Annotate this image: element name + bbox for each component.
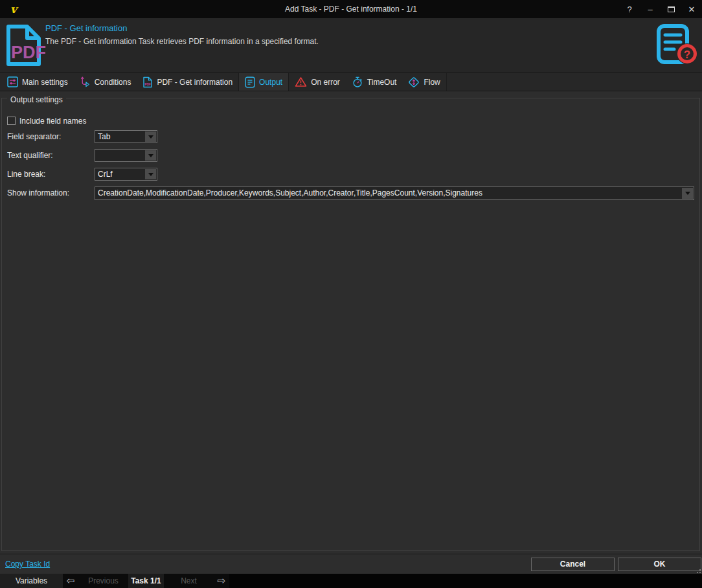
- task-description: The PDF - Get information Task retrieves…: [45, 37, 319, 46]
- show-information-label: Show information:: [7, 187, 69, 200]
- flow-diamond-icon: [408, 76, 420, 88]
- app-logo-icon: v: [0, 1, 27, 17]
- action-bar: Copy Task Id Cancel OK: [0, 554, 702, 574]
- chevron-down-icon: [685, 192, 690, 195]
- cancel-button[interactable]: Cancel: [531, 558, 615, 571]
- show-information-value: CreationDate,ModificationDate,Producer,K…: [95, 187, 681, 199]
- pdf-document-icon: PDF: [142, 76, 153, 88]
- include-field-names-row: Include field names: [2, 114, 699, 128]
- tab-label: Conditions: [95, 78, 131, 87]
- field-separator-value: Tab: [95, 131, 144, 142]
- chevron-down-icon: [148, 154, 153, 157]
- previous-arrow-icon[interactable]: ⇦: [63, 574, 78, 588]
- window-controls: ? – ✕: [619, 0, 702, 18]
- field-separator-row: Field separator: Tab: [2, 130, 699, 144]
- previous-button[interactable]: Previous: [78, 574, 128, 588]
- line-break-label: Line break:: [7, 168, 45, 181]
- include-field-names-checkbox[interactable]: [7, 117, 16, 125]
- task-navigation-bar: Variables ⇦ Previous Task 1/1 Next ⇨: [0, 574, 702, 588]
- tab-label: PDF - Get information: [157, 78, 232, 87]
- title-bar: v Add Task - PDF - Get information - 1/1…: [0, 0, 702, 18]
- show-information-row: Show information: CreationDate,Modificat…: [2, 187, 699, 200]
- help-doc-icon[interactable]: ?: [654, 24, 699, 67]
- chevron-down-icon: [148, 173, 153, 176]
- minimize-button[interactable]: –: [640, 0, 661, 18]
- output-settings-group: Output settings Include field names Fiel…: [1, 98, 700, 551]
- help-icon-glyph: ?: [684, 49, 690, 61]
- line-break-dropdown-button[interactable]: [145, 169, 156, 179]
- tab-pdf-get-information[interactable]: PDF PDF - Get information: [137, 73, 238, 91]
- tab-conditions[interactable]: Conditions: [74, 73, 137, 91]
- field-separator-select[interactable]: Tab: [95, 130, 157, 143]
- variables-button[interactable]: Variables: [0, 574, 63, 588]
- tab-label: Output: [259, 78, 282, 87]
- copy-task-id-link[interactable]: Copy Task Id: [5, 560, 50, 569]
- dialog-buttons: Cancel OK: [531, 558, 702, 571]
- group-title: Output settings: [7, 95, 66, 104]
- show-information-select[interactable]: CreationDate,ModificationDate,Producer,K…: [95, 187, 694, 200]
- show-information-dropdown-button[interactable]: [682, 188, 693, 199]
- pdf-tab-icon-label: PDF: [145, 82, 151, 85]
- field-separator-label: Field separator:: [7, 130, 61, 144]
- tab-on-error[interactable]: On error: [289, 73, 346, 91]
- tab-label: Main settings: [22, 78, 68, 87]
- window-title: Add Task - PDF - Get information - 1/1: [0, 5, 702, 14]
- task-title: PDF - Get information: [45, 23, 127, 33]
- line-break-select[interactable]: CrLf: [95, 168, 157, 181]
- chevron-down-icon: [148, 135, 153, 139]
- pdf-icon-label: PDF: [11, 43, 46, 62]
- include-field-names-label: Include field names: [19, 117, 86, 126]
- text-qualifier-label: Text qualifier:: [7, 149, 53, 163]
- add-task-dialog: v Add Task - PDF - Get information - 1/1…: [0, 0, 702, 588]
- branch-arrow-icon: [80, 76, 91, 87]
- help-button[interactable]: ?: [619, 0, 640, 18]
- resize-grip[interactable]: [697, 569, 701, 573]
- sliders-icon: [7, 76, 18, 87]
- next-button[interactable]: Next: [164, 574, 214, 588]
- tab-label: TimeOut: [367, 78, 397, 87]
- text-qualifier-row: Text qualifier:: [2, 149, 699, 163]
- close-button[interactable]: ✕: [681, 0, 702, 18]
- text-qualifier-dropdown-button[interactable]: [145, 150, 156, 161]
- tab-timeout[interactable]: TimeOut: [346, 73, 403, 91]
- maximize-icon: [668, 6, 675, 12]
- maximize-button[interactable]: [661, 0, 681, 18]
- tab-label: Flow: [424, 78, 440, 87]
- task-header: PDF PDF - Get information The PDF - Get …: [0, 18, 702, 73]
- tab-bar: Main settings Conditions PDF PDF - Get i…: [0, 73, 702, 91]
- output-settings-panel: Output settings Include field names Fiel…: [0, 91, 702, 554]
- line-break-row: Line break: CrLf: [2, 168, 699, 181]
- next-arrow-icon[interactable]: ⇨: [214, 574, 229, 588]
- stopwatch-icon: [352, 76, 363, 88]
- text-qualifier-select[interactable]: [95, 149, 157, 162]
- line-break-value: CrLf: [95, 168, 144, 180]
- tab-label: On error: [311, 78, 340, 87]
- tab-main-settings[interactable]: Main settings: [1, 73, 74, 91]
- output-document-icon: [245, 76, 255, 88]
- tab-flow[interactable]: Flow: [402, 73, 446, 91]
- task-indicator: Task 1/1: [128, 574, 164, 588]
- pdf-file-icon: PDF: [3, 22, 47, 69]
- field-separator-dropdown-button[interactable]: [145, 131, 156, 142]
- warning-triangle-icon: [295, 76, 307, 87]
- tab-output[interactable]: Output: [238, 73, 289, 91]
- ok-button[interactable]: OK: [618, 558, 701, 571]
